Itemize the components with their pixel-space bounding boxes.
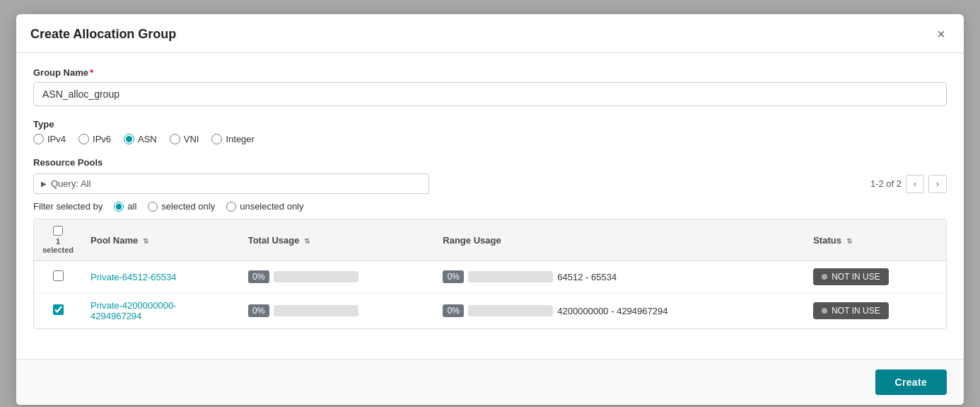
row2-range-usage-cell: 0% 4200000000 - 4294967294: [434, 293, 805, 329]
type-group: Type IPv4 IPv6 ASN: [33, 119, 947, 144]
row2-total-usage-label: 0%: [248, 304, 269, 317]
row1-status-dot: [822, 274, 827, 280]
table-header-row: 1 selected Pool Name ⇅ Total Usage: [34, 219, 946, 261]
table-row: Private-4200000000-4294967294 0%: [34, 293, 946, 329]
modal-title: Create Allocation Group: [30, 27, 176, 42]
row1-checkbox-cell: [34, 261, 82, 293]
row2-status-cell: NOT IN USE: [805, 293, 946, 329]
row1-total-usage-cell: 0%: [240, 261, 435, 293]
row2-pool-name-cell: Private-4200000000-4294967294: [82, 293, 240, 329]
type-integer-option[interactable]: Integer: [211, 134, 254, 144]
query-text: Query: All: [51, 178, 91, 189]
row1-total-usage-label: 0%: [248, 270, 269, 283]
type-ipv6-option[interactable]: IPv6: [78, 134, 111, 144]
row1-range-usage-cell: 0% 64512 - 65534: [434, 261, 805, 293]
row1-range-text: 64512 - 65534: [557, 272, 617, 282]
type-ipv6-radio[interactable]: [78, 134, 89, 144]
row2-pool-link[interactable]: Private-4200000000-4294967294: [91, 300, 176, 321]
type-asn-radio[interactable]: [124, 134, 134, 144]
type-vni-radio[interactable]: [170, 134, 180, 144]
type-ipv6-label: IPv6: [93, 134, 111, 144]
filter-label: Filter selected by: [33, 201, 103, 212]
query-arrow-icon: ▶: [41, 180, 47, 188]
row2-range-usage-label: 0%: [443, 304, 464, 317]
filter-selected-radio[interactable]: [148, 202, 158, 212]
row1-checkbox[interactable]: [53, 270, 64, 281]
group-name-input[interactable]: [33, 82, 947, 106]
pool-name-header: Pool Name ⇅: [82, 219, 240, 261]
row1-pool-name-cell: Private-64512-65534: [82, 261, 240, 293]
row2-status-badge: NOT IN USE: [813, 302, 888, 319]
row1-total-usage-bar: [274, 271, 358, 282]
group-name-group: Group Name*: [33, 67, 947, 106]
header-checkbox-wrap: 1 selected: [42, 226, 74, 254]
row1-range-usage-label: 0%: [443, 270, 464, 283]
pagination-text: 1-2 of 2: [870, 178, 902, 189]
type-integer-label: Integer: [226, 134, 254, 144]
modal-overlay: Create Allocation Group × Group Name* Ty…: [0, 0, 980, 407]
type-ipv4-label: IPv4: [47, 134, 66, 144]
type-vni-option[interactable]: VNI: [170, 134, 199, 144]
create-allocation-group-modal: Create Allocation Group × Group Name* Ty…: [16, 14, 964, 405]
total-usage-header: Total Usage ⇅: [240, 219, 435, 261]
row2-total-usage-bar: [274, 305, 358, 316]
filter-selected-label: selected only: [161, 201, 215, 212]
filter-all-radio[interactable]: [114, 202, 124, 212]
resource-pools-label: Resource Pools: [33, 157, 947, 168]
pagination-info: 1-2 of 2 ‹ ›: [870, 175, 947, 193]
status-header: Status ⇅: [805, 219, 946, 261]
close-button[interactable]: ×: [933, 25, 950, 42]
modal-body: Group Name* Type IPv4 IPv6: [16, 53, 964, 359]
group-name-label: Group Name*: [33, 67, 947, 78]
type-label: Type: [33, 119, 947, 130]
row2-range-text: 4200000000 - 4294967294: [557, 306, 667, 316]
modal-footer: Create: [16, 359, 964, 405]
row1-status-cell: NOT IN USE: [805, 261, 946, 293]
row2-range-usage-wrap: 0% 4200000000 - 4294967294: [443, 304, 796, 317]
table-row: Private-64512-65534 0%: [34, 261, 946, 293]
range-usage-header: Range Usage: [434, 219, 805, 261]
filter-all-option[interactable]: all: [114, 201, 136, 212]
row2-total-usage-wrap: 0%: [248, 304, 426, 317]
modal-header: Create Allocation Group ×: [16, 14, 964, 53]
row2-status-dot: [822, 308, 827, 314]
type-asn-option[interactable]: ASN: [124, 134, 157, 144]
next-page-button[interactable]: ›: [928, 175, 947, 193]
type-vni-label: VNI: [184, 134, 199, 144]
header-checkbox-col: 1 selected: [34, 219, 82, 261]
resource-pools-table-wrap: 1 selected Pool Name ⇅ Total Usage: [33, 219, 947, 329]
row2-checkbox[interactable]: [53, 304, 64, 315]
selected-count-label: 1 selected: [42, 237, 74, 254]
filter-unselected-option[interactable]: unselected only: [226, 201, 303, 212]
total-usage-sort-icon: ⇅: [304, 237, 310, 245]
row1-total-usage-wrap: 0%: [248, 270, 426, 283]
filter-unselected-label: unselected only: [240, 201, 303, 212]
row2-checkbox-cell: [34, 293, 82, 329]
query-input-wrap[interactable]: ▶ Query: All: [33, 173, 429, 194]
row1-pool-link[interactable]: Private-64512-65534: [91, 272, 176, 282]
type-asn-label: ASN: [138, 134, 157, 144]
create-button[interactable]: Create: [875, 369, 947, 395]
filter-bar: Filter selected by all selected only uns…: [33, 201, 947, 212]
prev-page-button[interactable]: ‹: [906, 175, 924, 193]
pool-name-sort-icon: ⇅: [143, 237, 148, 245]
resource-pools-group: Resource Pools ▶ Query: All 1-2 of 2 ‹ ›: [33, 157, 947, 329]
query-bar: ▶ Query: All 1-2 of 2 ‹ ›: [33, 173, 947, 194]
row2-status-text: NOT IN USE: [832, 306, 880, 316]
type-ipv4-radio[interactable]: [33, 134, 44, 144]
select-all-checkbox[interactable]: [53, 226, 63, 236]
row1-status-badge: NOT IN USE: [813, 268, 888, 285]
filter-selected-option[interactable]: selected only: [148, 201, 215, 212]
type-ipv4-option[interactable]: IPv4: [33, 134, 66, 144]
row1-range-usage-bar: [468, 271, 553, 282]
filter-unselected-radio[interactable]: [226, 202, 236, 212]
row1-range-usage-wrap: 0% 64512 - 65534: [443, 270, 796, 283]
type-radio-group: IPv4 IPv6 ASN VNI: [33, 134, 947, 144]
row2-range-usage-bar: [468, 305, 553, 316]
type-integer-radio[interactable]: [211, 134, 222, 144]
row1-status-text: NOT IN USE: [832, 272, 880, 282]
status-sort-icon: ⇅: [846, 237, 852, 245]
resource-pools-table: 1 selected Pool Name ⇅ Total Usage: [34, 219, 946, 328]
filter-all-label: all: [127, 201, 136, 212]
required-star: *: [90, 67, 93, 78]
